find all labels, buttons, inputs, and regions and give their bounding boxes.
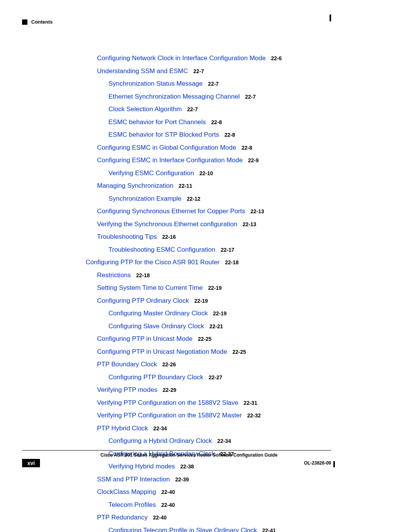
toc-entry: PTP Boundary Clock22-26	[97, 359, 375, 369]
toc-page-ref: 22-7	[245, 94, 256, 100]
toc-page-ref: 22-17	[221, 247, 234, 253]
toc-entry: Configuring PTP in Unicast Negotiation M…	[97, 347, 375, 357]
toc-page-ref: 22-13	[243, 221, 256, 227]
toc-entry: Configuring Network Clock in Interface C…	[97, 53, 375, 63]
toc-link[interactable]: ESMC behavior for STP Blocked Ports	[108, 131, 219, 138]
toc-link[interactable]: Troubleshooting Tips	[97, 233, 157, 240]
toc-link[interactable]: Configuring Slave Ordinary Clock	[108, 323, 204, 330]
toc-page-ref: 22-19	[194, 298, 208, 304]
toc-link[interactable]: PTP Hybrid Clock	[97, 425, 148, 432]
toc-entry: Clock Selection Algorithm22-7	[108, 104, 375, 114]
toc-link[interactable]: Managing Synchronization	[97, 182, 173, 189]
toc-link[interactable]: Verifying PTP Configuration on the 1588V…	[97, 412, 242, 419]
toc-page-ref: 22-8	[242, 145, 252, 151]
toc-page-ref: 22-32	[247, 412, 261, 419]
toc-page-ref: 22-18	[225, 259, 239, 265]
toc-entry: Understanding SSM and ESMC22-7	[97, 66, 375, 76]
toc-entry: Configuring ESMC in Interface Configurat…	[97, 155, 375, 165]
toc-page-ref: 22-19	[208, 285, 222, 291]
toc-entry: Verifying PTP Configuration on the 1588V…	[97, 398, 375, 408]
toc-page-ref: 22-39	[175, 476, 189, 482]
toc-link[interactable]: ClockClass Mapping	[97, 488, 156, 495]
contents-label: Contents	[31, 19, 53, 25]
toc-entry: Setting System Time to Current Time22-19	[97, 283, 375, 293]
toc-page-ref: 22-7	[193, 68, 204, 74]
toc-entry: PTP Hybrid Clock22-34	[97, 423, 375, 433]
toc-entry: Telecom Profiles22-40	[108, 500, 375, 510]
toc-page-ref: 22-27	[209, 374, 222, 380]
toc-link[interactable]: Synchronization Status Message	[108, 80, 203, 87]
toc-link[interactable]: Configuring ESMC in Global Configuration…	[97, 144, 236, 151]
toc-page-ref: 22-7	[208, 81, 219, 87]
toc-link[interactable]: Synchronization Example	[108, 195, 182, 202]
toc-link[interactable]: Restrictions	[97, 272, 131, 279]
toc-page-ref: 22-21	[209, 323, 223, 329]
toc-link[interactable]: Verifying PTP Configuration on the 1588V…	[97, 399, 238, 406]
toc-entry: Configuring PTP for the Cisco ASR 901 Ro…	[86, 257, 375, 267]
toc-entry: ClockClass Mapping22-40	[97, 487, 375, 497]
toc-entry: Verifying the Synchronous Ethernet confi…	[97, 219, 375, 229]
toc-page-ref: 22-9	[248, 157, 259, 163]
toc-link[interactable]: Configuring PTP Boundary Clock	[108, 374, 203, 381]
toc-link[interactable]: ESMC behavior for Port Channels	[108, 118, 206, 126]
toc-link[interactable]: Understanding SSM and ESMC	[97, 67, 188, 75]
toc-link[interactable]: Verifying ESMC Configuration	[108, 169, 194, 177]
toc-link[interactable]: Configuring a Hybrid Ordinary Clock	[108, 437, 212, 444]
toc-link[interactable]: PTP Redundancy	[97, 514, 148, 521]
toc-page-ref: 22-41	[262, 527, 276, 532]
toc-page-ref: 22-18	[136, 272, 150, 278]
page-number: xvi	[22, 459, 40, 467]
toc-link[interactable]: Configuring PTP Ordinary Clock	[97, 297, 189, 304]
toc-link[interactable]: Configuring Master Ordinary Clock	[108, 310, 208, 317]
toc-link[interactable]: Configuring Synchronous Ethernet for Cop…	[97, 208, 245, 215]
toc-entry: Synchronization Example22-12	[108, 194, 375, 204]
toc-page-ref: 22-40	[161, 502, 175, 508]
toc-entry: Configuring Synchronous Ethernet for Cop…	[97, 206, 375, 216]
toc-link[interactable]: Configuring PTP in Unicast Negotiation M…	[97, 348, 227, 355]
page-edge-marker-bottom-icon	[333, 461, 335, 467]
toc-page-ref: 22-34	[217, 438, 231, 444]
toc-page-ref: 22-16	[162, 234, 176, 240]
toc-page-ref: 22-29	[162, 387, 176, 393]
toc-entry: Configuring PTP Ordinary Clock22-19	[97, 296, 375, 306]
toc-entry: Restrictions22-18	[97, 270, 375, 280]
toc-link[interactable]: PTP Boundary Clock	[97, 361, 157, 368]
footer-bottom: xvi OL-23826-09	[22, 459, 331, 467]
footer-title: Cisco ASR 901 Series Aggregation Service…	[47, 452, 331, 458]
toc-entry: Configuring Master Ordinary Clock22-19	[108, 308, 375, 318]
header-marker-icon	[22, 19, 27, 25]
toc-link[interactable]: Verifying the Synchronous Ethernet confi…	[97, 220, 237, 228]
toc-link[interactable]: Troubleshooting ESMC Configuration	[108, 246, 215, 253]
toc-page-ref: 22-11	[178, 183, 192, 189]
toc-entry: SSM and PTP Interaction22-39	[97, 474, 375, 484]
toc-entry: Verifying PTP Configuration on the 1588V…	[97, 411, 375, 420]
toc-entry: Configuring a Hybrid Ordinary Clock22-34	[108, 436, 375, 446]
toc-link[interactable]: SSM and PTP Interaction	[97, 476, 170, 483]
toc-link[interactable]: Setting System Time to Current Time	[97, 284, 203, 291]
toc-entry: Ethernet Synchronization Messaging Chann…	[108, 92, 375, 102]
page-edge-marker-icon	[330, 14, 331, 21]
toc-entry: ESMC behavior for STP Blocked Ports22-8	[108, 130, 375, 140]
toc-page-ref: 22-12	[187, 196, 201, 202]
toc-link[interactable]: Clock Selection Algorithm	[108, 105, 182, 113]
toc-link[interactable]: Configuring Telecom Profile in Slave Ord…	[108, 527, 257, 532]
toc-link[interactable]: Verifying PTP modes	[97, 386, 157, 393]
toc-page-ref: 22-34	[153, 425, 167, 431]
toc-link[interactable]: Ethernet Synchronization Messaging Chann…	[108, 93, 240, 100]
footer-rule	[22, 450, 331, 451]
toc-page-ref: 22-6	[271, 55, 282, 61]
toc-link[interactable]: Configuring PTP in Unicast Mode	[97, 335, 193, 342]
toc-link[interactable]: Configuring Network Clock in Interface C…	[97, 54, 266, 62]
toc-link[interactable]: Configuring ESMC in Interface Configurat…	[97, 157, 243, 164]
toc-link[interactable]: Configuring PTP for the Cisco ASR 901 Ro…	[86, 259, 220, 266]
toc-entry: Configuring Telecom Profile in Slave Ord…	[108, 526, 375, 532]
toc-page-ref: 22-31	[244, 400, 257, 406]
toc-entry: Synchronization Status Message22-7	[108, 79, 375, 89]
toc-page-ref: 22-13	[250, 208, 264, 214]
toc-link[interactable]: Telecom Profiles	[108, 501, 156, 508]
doc-reference: OL-23826-09	[304, 460, 331, 466]
footer: Cisco ASR 901 Series Aggregation Service…	[22, 450, 331, 458]
toc-entry: Verifying PTP modes22-29	[97, 385, 375, 395]
toc-page-ref: 22-7	[187, 106, 198, 112]
toc-entry: Troubleshooting Tips22-16	[97, 232, 375, 242]
